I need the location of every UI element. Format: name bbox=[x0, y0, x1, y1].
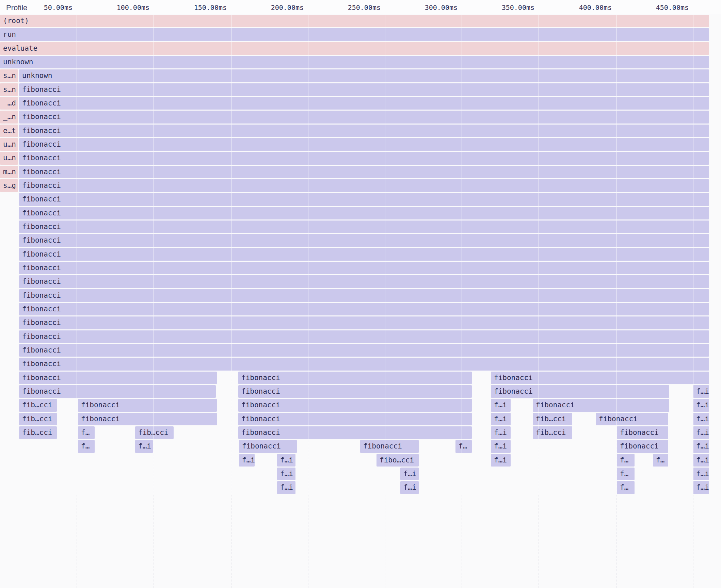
flame-frame[interactable]: f…i bbox=[239, 454, 255, 467]
flame-frame[interactable]: fibonacci bbox=[19, 207, 709, 219]
flame-frame[interactable]: f… bbox=[617, 468, 635, 480]
flame-frame[interactable]: fibonacci bbox=[19, 125, 709, 137]
flame-frame[interactable]: fibonacci bbox=[239, 440, 297, 453]
flame-frame[interactable]: f…i bbox=[277, 454, 295, 467]
flame-frame[interactable]: fibonacci bbox=[19, 111, 709, 123]
flame-frame[interactable]: f…i bbox=[400, 468, 419, 480]
flame-chart[interactable]: (root)runevaluateunknowns…nunknowns…nfib… bbox=[0, 0, 721, 588]
flame-frame[interactable]: fibonacci bbox=[491, 372, 709, 384]
flame-frame[interactable]: fib…cci bbox=[19, 413, 57, 425]
flame-row: fibonacci bbox=[0, 330, 721, 343]
flame-frame[interactable]: fibonacci bbox=[19, 179, 709, 192]
flame-frame[interactable]: f…i bbox=[491, 413, 511, 425]
flame-frame[interactable]: fibonacci bbox=[19, 166, 709, 178]
flame-row: fibonaccifibonaccifibonaccif…i bbox=[0, 385, 721, 398]
flame-frame[interactable]: f…i bbox=[491, 426, 511, 439]
flame-frame[interactable]: fibonacci bbox=[19, 316, 709, 329]
flame-row: s…nfibonacci bbox=[0, 83, 721, 96]
flame-frame[interactable]: fibonacci bbox=[19, 152, 709, 164]
flame-row: e…tfibonacci bbox=[0, 125, 721, 137]
flame-frame[interactable]: f…i bbox=[277, 468, 295, 480]
flame-frame[interactable]: fib…cci bbox=[19, 399, 57, 411]
flame-frame[interactable]: fibonacci bbox=[19, 385, 216, 398]
flame-row: fibonacci bbox=[0, 193, 721, 206]
gridline bbox=[462, 15, 462, 495]
flame-frame[interactable]: f…i bbox=[693, 440, 709, 453]
flame-frame[interactable]: fibonacci bbox=[78, 399, 217, 411]
flame-frame[interactable]: unknown bbox=[0, 56, 709, 68]
flame-frame[interactable]: fibonacci bbox=[19, 138, 709, 151]
flame-frame[interactable]: f…i bbox=[693, 468, 709, 480]
flame-frame[interactable]: run bbox=[0, 28, 709, 41]
flame-frame[interactable]: _…d bbox=[0, 97, 18, 110]
flame-frame[interactable]: f…i bbox=[693, 413, 709, 425]
flame-frame[interactable]: fibonacci bbox=[19, 248, 709, 261]
flame-row: fibonacci bbox=[0, 207, 721, 219]
flame-frame[interactable]: e…t bbox=[0, 125, 18, 137]
flame-frame[interactable]: fibonacci bbox=[533, 399, 669, 411]
flame-frame[interactable]: fibonacci bbox=[238, 426, 472, 439]
flame-frame[interactable]: fibonacci bbox=[19, 330, 709, 343]
flame-frame[interactable]: s…g bbox=[0, 179, 18, 192]
flame-frame[interactable]: f…i bbox=[693, 481, 709, 494]
flame-frame[interactable]: fibonacci bbox=[360, 440, 419, 453]
flame-frame[interactable]: fibonacci bbox=[238, 385, 472, 398]
flame-frame[interactable]: fib…cci bbox=[135, 426, 174, 439]
flame-frame[interactable]: f…i bbox=[693, 399, 709, 411]
flame-frame[interactable]: fibonacci bbox=[19, 97, 709, 110]
flame-frame[interactable]: evaluate bbox=[0, 42, 709, 55]
flame-frame[interactable]: fibo…cci bbox=[376, 454, 419, 467]
flame-row: fibonacci bbox=[0, 220, 721, 233]
flame-frame[interactable]: fibonacci bbox=[19, 193, 709, 206]
flame-frame[interactable]: fibonacci bbox=[19, 372, 217, 384]
flame-row: f…if…ifibo…ccif…if…f…f…i bbox=[0, 454, 721, 467]
flame-frame[interactable]: f…i bbox=[400, 481, 419, 494]
flame-frame[interactable]: m…n bbox=[0, 166, 18, 178]
flame-frame[interactable]: (root) bbox=[0, 15, 709, 27]
flame-frame[interactable]: f…i bbox=[135, 440, 153, 453]
flame-frame[interactable]: f…i bbox=[693, 385, 709, 398]
flame-frame[interactable]: f…i bbox=[277, 481, 295, 494]
flame-frame[interactable]: fibonacci bbox=[19, 303, 709, 315]
flame-frame[interactable]: u…n bbox=[0, 152, 18, 164]
time-ruler[interactable]: Profile 50.00ms100.00ms150.00ms200.00ms2… bbox=[0, 0, 721, 15]
flame-frame[interactable]: fibonacci bbox=[19, 289, 709, 302]
flame-frame[interactable]: fibonacci bbox=[19, 275, 709, 288]
flame-frame[interactable]: fibonacci bbox=[19, 344, 709, 357]
flame-frame[interactable]: fibonacci bbox=[19, 358, 709, 370]
flame-frame[interactable]: s…n bbox=[0, 69, 18, 82]
flame-frame[interactable]: f… bbox=[617, 454, 635, 467]
flame-row: fibonacci bbox=[0, 234, 721, 247]
flame-row: u…nfibonacci bbox=[0, 138, 721, 151]
flame-frame[interactable]: f… bbox=[78, 440, 95, 453]
flame-frame[interactable]: fibonacci bbox=[19, 234, 709, 247]
flame-frame[interactable]: fibonacci bbox=[491, 385, 669, 398]
flame-frame[interactable]: f… bbox=[617, 481, 635, 494]
flame-frame[interactable]: f… bbox=[653, 454, 668, 467]
flame-frame[interactable]: fibonacci bbox=[19, 220, 709, 233]
flame-frame[interactable]: s…n bbox=[0, 83, 18, 96]
flame-frame[interactable]: fibonacci bbox=[238, 372, 472, 384]
flame-frame[interactable]: _…n bbox=[0, 111, 18, 123]
flame-frame[interactable]: f…i bbox=[491, 454, 511, 467]
flame-frame[interactable]: fibonacci bbox=[19, 83, 709, 96]
flame-frame[interactable]: f…i bbox=[693, 454, 709, 467]
flame-frame[interactable]: f…i bbox=[491, 399, 511, 411]
flame-frame[interactable]: u…n bbox=[0, 138, 18, 151]
flame-frame[interactable]: fibonacci bbox=[596, 413, 668, 425]
flame-frame[interactable]: fibonacci bbox=[238, 399, 472, 411]
flame-frame[interactable]: fibonacci bbox=[617, 426, 668, 439]
flame-frame[interactable]: f… bbox=[455, 440, 472, 453]
flame-row: evaluate bbox=[0, 42, 721, 55]
flame-frame[interactable]: fibonacci bbox=[238, 413, 472, 425]
flame-row: _…nfibonacci bbox=[0, 111, 721, 123]
flame-frame[interactable]: unknown bbox=[19, 69, 709, 82]
flame-frame[interactable]: f… bbox=[78, 426, 95, 439]
flame-frame[interactable]: fibonacci bbox=[78, 413, 217, 425]
flame-frame[interactable]: f…i bbox=[491, 440, 511, 453]
flame-frame[interactable]: f…i bbox=[693, 426, 709, 439]
flame-row: f…if…if…f…i bbox=[0, 468, 721, 480]
flame-frame[interactable]: fibonacci bbox=[617, 440, 668, 453]
flame-frame[interactable]: fibonacci bbox=[19, 262, 709, 274]
flame-frame[interactable]: fib…cci bbox=[19, 426, 57, 439]
